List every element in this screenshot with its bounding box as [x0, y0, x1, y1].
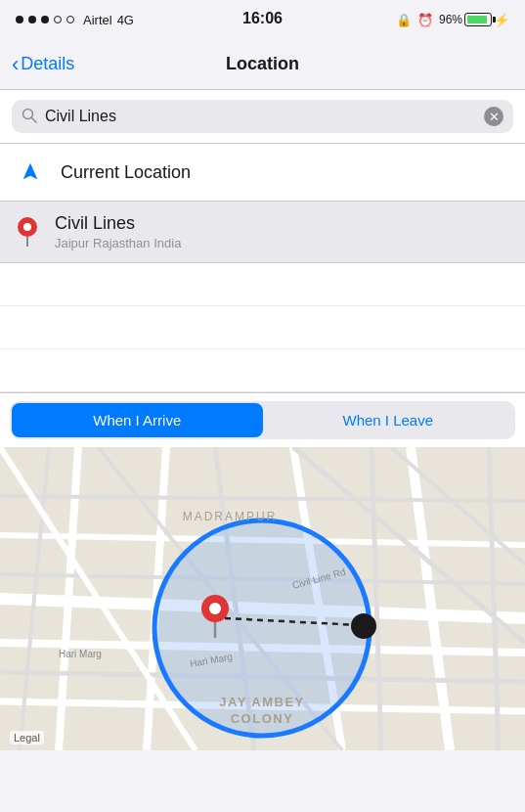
status-left: Airtel 4G — [16, 13, 134, 27]
navigation-arrow-icon — [16, 158, 45, 187]
signal-dot-3 — [41, 16, 49, 23]
location-name: Civil Lines — [55, 213, 509, 234]
status-bar: Airtel 4G 16:06 🔒 ⏰ 96% ⚡ — [0, 0, 525, 39]
carrier-label: Airtel — [83, 13, 112, 27]
signal-dot-4 — [54, 16, 62, 23]
back-label: Details — [21, 54, 74, 74]
nav-bar: ‹ Details Location — [0, 39, 525, 90]
network-label: 4G — [117, 13, 134, 27]
nav-title: Location — [226, 54, 299, 74]
list-section: Current Location Civil Lines Jaipur Raja… — [0, 144, 525, 263]
svg-point-27 — [209, 603, 221, 614]
svg-line-1 — [32, 117, 37, 122]
empty-row-2 — [0, 306, 525, 349]
empty-row-3 — [0, 349, 525, 392]
map-svg: MADRAMPUR Civil Line Rd Hari Marg Hari M… — [0, 447, 525, 750]
leave-button[interactable]: When I Leave — [263, 403, 514, 437]
svg-point-30 — [351, 613, 376, 639]
map-container: MADRAMPUR Civil Line Rd Hari Marg Hari M… — [0, 447, 525, 750]
arrive-button[interactable]: When I Arrive — [12, 403, 263, 437]
battery-percent: 96% — [439, 13, 462, 26]
battery-container: 96% ⚡ — [439, 13, 509, 27]
battery-icon — [464, 13, 492, 26]
status-time: 16:06 — [242, 10, 283, 27]
empty-row-1 — [0, 263, 525, 306]
legal-text[interactable]: Legal — [10, 731, 44, 744]
charging-icon: ⚡ — [494, 13, 509, 27]
search-input[interactable] — [45, 108, 476, 125]
signal-dot-1 — [16, 16, 23, 23]
location-info: Civil Lines Jaipur Rajasthan India — [55, 213, 509, 250]
svg-point-3 — [23, 223, 31, 231]
svg-text:JAY AMBEY: JAY AMBEY — [219, 695, 304, 709]
signal-dot-5 — [66, 16, 74, 23]
search-container: ✕ — [0, 90, 525, 144]
svg-text:COLONY: COLONY — [231, 711, 294, 726]
back-chevron-icon: ‹ — [12, 52, 19, 77]
empty-rows — [0, 263, 525, 392]
svg-text:MADRAMPUR: MADRAMPUR — [183, 510, 278, 523]
current-location-label: Current Location — [61, 162, 191, 183]
battery-fill — [467, 16, 487, 23]
status-right: 🔒 ⏰ 96% ⚡ — [396, 13, 509, 27]
current-location-row[interactable]: Current Location — [0, 144, 525, 202]
alarm-icon: ⏰ — [417, 13, 433, 27]
back-button[interactable]: ‹ Details — [12, 52, 74, 77]
location-subtitle: Jaipur Rajasthan India — [55, 236, 509, 250]
svg-text:Hari Marg: Hari Marg — [59, 649, 102, 659]
segmented-section: When I Arrive When I Leave — [0, 392, 525, 447]
search-bar: ✕ — [12, 100, 513, 133]
segmented-control: When I Arrive When I Leave — [10, 401, 515, 439]
signal-dot-2 — [28, 16, 36, 23]
map-pin-icon — [16, 216, 39, 248]
lock-icon: 🔒 — [396, 13, 412, 27]
search-icon — [22, 108, 37, 126]
search-clear-button[interactable]: ✕ — [484, 107, 503, 126]
civil-lines-row[interactable]: Civil Lines Jaipur Rajasthan India — [0, 202, 525, 263]
